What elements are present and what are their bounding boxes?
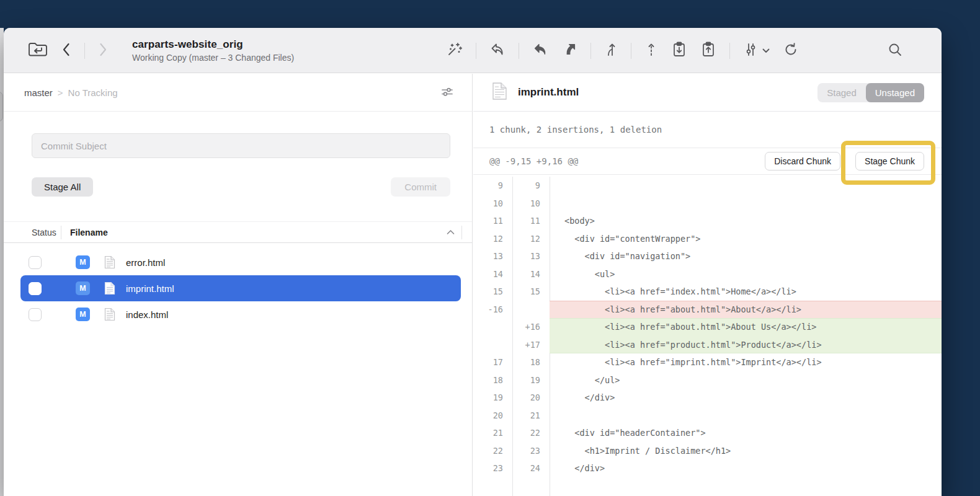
toolbar-separator <box>631 43 631 59</box>
diff-code-line: <body> <box>550 212 942 230</box>
stage-checkbox[interactable] <box>29 308 42 321</box>
diff-row[interactable]: 2122 <div id="headerContainer"> <box>473 424 942 442</box>
workflow-dropdown-button[interactable] <box>743 42 770 60</box>
old-line-number: 23 <box>473 463 512 473</box>
chunk-header-bar: @@ -9,15 +9,16 @@ Discard Chunk Stage Ch… <box>473 148 942 175</box>
rebase-arrow-icon <box>644 42 658 60</box>
forward-button[interactable] <box>96 42 110 60</box>
old-line-number: 9 <box>473 180 512 190</box>
breadcrumb-branch[interactable]: master <box>24 87 53 98</box>
breadcrumb[interactable]: master > No Tracking <box>24 87 440 98</box>
old-line-number: 14 <box>473 269 512 279</box>
fetch-arrow-icon <box>489 42 506 60</box>
diff-row[interactable]: 1111<body> <box>473 212 942 230</box>
diff-code-line: <ul> <box>550 265 942 283</box>
stage-checkbox[interactable] <box>29 282 42 295</box>
stash-button[interactable] <box>671 41 687 60</box>
status-badge-modified: M <box>76 281 90 295</box>
new-line-number: 11 <box>512 216 550 226</box>
column-divider <box>461 226 462 239</box>
new-line-number: 22 <box>512 428 550 438</box>
fetch-button[interactable] <box>489 42 506 60</box>
search-button[interactable] <box>887 42 903 60</box>
diff-row[interactable]: 1515 <li><a href="index.html">Home</a></… <box>473 283 942 301</box>
diff-code-line: <div id="contentWrapper"> <box>550 230 942 248</box>
diff-row[interactable]: 1212 <div id="contentWrapper"> <box>473 230 942 248</box>
file-document-icon-large <box>492 82 507 103</box>
new-line-number: 21 <box>512 410 550 420</box>
diff-row[interactable]: 2021 <box>473 407 942 425</box>
merge-button[interactable] <box>604 42 618 60</box>
diff-row[interactable]: 2223 <h1>Imprint / Disclaimer</h1> <box>473 442 942 460</box>
toolbar-separator <box>476 43 476 59</box>
repo-return-button[interactable] <box>27 40 48 61</box>
diff-panel: imprint.html Staged Unstaged 1 chunk, 2 … <box>473 74 942 496</box>
file-document-icon <box>104 281 115 295</box>
diff-row[interactable]: 1010 <box>473 195 942 213</box>
apply-stash-button[interactable] <box>700 41 716 60</box>
file-row-index-html[interactable]: M index.html <box>20 301 461 327</box>
push-button[interactable] <box>561 42 577 60</box>
diff-row[interactable]: +16 <li><a href="about.html">About Us</a… <box>473 318 942 336</box>
filename-label: imprint.html <box>126 283 174 294</box>
diff-code-view: 9910101111<body>1212 <div id="contentWra… <box>473 177 942 496</box>
back-button[interactable] <box>60 42 73 60</box>
file-row-error-html[interactable]: M error.html <box>20 249 461 275</box>
app-window: carparts-website_orig Working Copy (mast… <box>4 28 942 496</box>
diff-row[interactable]: 2324 </div> <box>473 459 942 477</box>
repo-title: carparts-website_orig <box>132 38 294 51</box>
sort-direction-icon[interactable] <box>446 229 461 236</box>
diff-row[interactable]: 1414 <ul> <box>473 265 942 283</box>
branch-breadcrumb-row: master > No Tracking <box>4 74 472 112</box>
new-line-number: 9 <box>512 180 550 190</box>
refresh-button[interactable] <box>783 42 799 60</box>
old-line-number: 21 <box>473 428 512 438</box>
diff-row[interactable]: 1819 </ul> <box>473 371 942 389</box>
diff-row[interactable]: 1718 <li><a href="imprint.html">Imprint<… <box>473 353 942 371</box>
changed-files-table: Status Filename M error.html <box>4 221 472 327</box>
diff-row[interactable]: 1920 </div> <box>473 389 942 407</box>
file-table-header: Status Filename <box>4 221 472 243</box>
diff-file-header: imprint.html Staged Unstaged <box>473 74 942 112</box>
old-line-number: 13 <box>473 251 512 261</box>
breadcrumb-tracking[interactable]: No Tracking <box>68 87 118 98</box>
diff-row[interactable]: 1313 <div id="navigation"> <box>473 247 942 265</box>
filename-column-header[interactable]: Filename <box>61 228 446 237</box>
merge-arrow-icon <box>604 42 618 60</box>
breadcrumb-separator: > <box>58 87 63 98</box>
filename-label: index.html <box>126 309 168 320</box>
diff-code-line: <h1>Imprint / Disclaimer</h1> <box>550 442 942 460</box>
file-document-icon <box>104 255 115 269</box>
new-line-number: 18 <box>512 357 550 367</box>
stage-chunk-button[interactable]: Stage Chunk <box>855 152 924 170</box>
diff-code-line: <li><a href="about.html">About</a></li> <box>550 301 942 319</box>
diff-row[interactable]: +17 <li><a href="product.html">Product</… <box>473 336 942 354</box>
rebase-button[interactable] <box>644 42 658 60</box>
new-line-number: 10 <box>512 198 550 208</box>
sliders-icon <box>743 42 758 60</box>
repo-return-icon <box>27 40 48 61</box>
stage-all-button[interactable]: Stage All <box>32 177 93 197</box>
filter-options-button[interactable] <box>440 84 455 101</box>
diff-code-line: </div> <box>550 389 942 407</box>
tab-staged[interactable]: Staged <box>817 83 866 102</box>
file-row-imprint-html[interactable]: M imprint.html <box>20 275 461 301</box>
discard-chunk-button[interactable]: Discard Chunk <box>765 152 840 170</box>
status-column-header[interactable]: Status <box>4 228 61 237</box>
commit-button[interactable]: Commit <box>391 177 450 197</box>
pull-button[interactable] <box>532 42 548 60</box>
quick-launch-button[interactable] <box>447 42 463 60</box>
old-line-number: 17 <box>473 357 512 367</box>
stage-checkbox[interactable] <box>29 256 42 269</box>
file-document-icon <box>104 308 115 321</box>
chevron-left-icon <box>60 42 73 60</box>
old-line-number: 11 <box>473 216 512 226</box>
new-line-number: 15 <box>512 286 550 296</box>
tab-unstaged[interactable]: Unstaged <box>866 83 924 102</box>
commit-subject-input[interactable] <box>32 133 450 158</box>
diff-code-line: <li><a href="index.html">Home</a></li> <box>550 283 942 301</box>
filename-label: error.html <box>126 257 165 268</box>
old-line-number: -16 <box>473 304 512 314</box>
diff-row[interactable]: -16 <li><a href="about.html">About</a></… <box>473 301 942 319</box>
diff-row[interactable]: 99 <box>473 177 942 195</box>
